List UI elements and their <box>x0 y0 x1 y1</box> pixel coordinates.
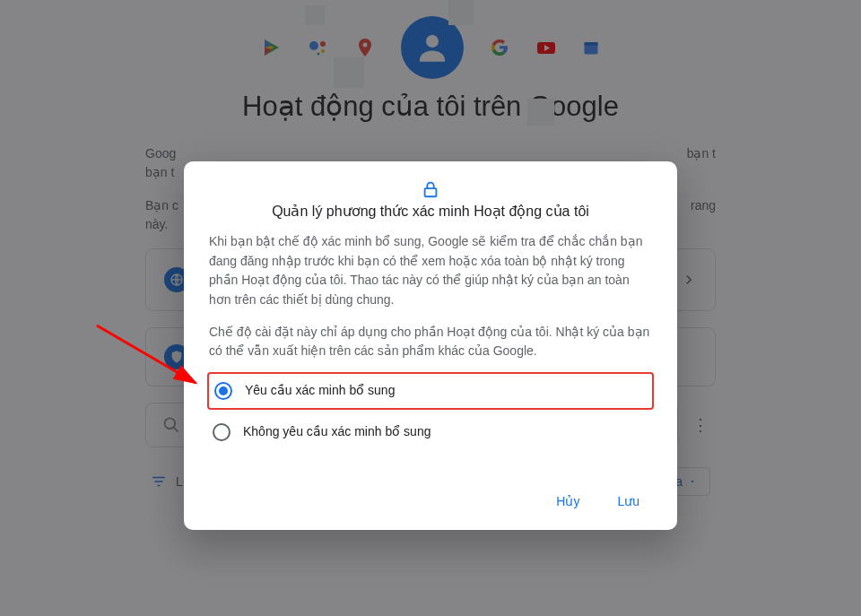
verification-dialog: Quản lý phương thức xác minh Hoạt động c… <box>184 161 677 530</box>
dialog-title: Quản lý phương thức xác minh Hoạt động c… <box>209 203 652 220</box>
save-button[interactable]: Lưu <box>613 489 643 514</box>
radio-icon <box>214 382 232 400</box>
radio-group: Yêu cầu xác minh bổ sung Không yêu cầu x… <box>209 374 652 450</box>
svg-rect-17 <box>425 188 437 196</box>
dialog-actions: Hủy Lưu <box>209 489 652 514</box>
radio-label: Không yêu cầu xác minh bổ sung <box>243 422 430 442</box>
dialog-paragraph-2: Chế độ cài đặt này chỉ áp dụng cho phần … <box>209 323 652 361</box>
lock-icon <box>421 179 440 199</box>
radio-option-no-verification[interactable]: Không yêu cầu xác minh bổ sung <box>209 413 652 451</box>
radio-icon <box>213 423 230 441</box>
radio-label: Yêu cầu xác minh bổ sung <box>245 381 395 401</box>
cancel-button[interactable]: Hủy <box>552 489 583 514</box>
radio-option-require-verification[interactable]: Yêu cầu xác minh bổ sung <box>209 374 652 408</box>
dialog-paragraph-1: Khi bạn bật chế độ xác minh bổ sung, Goo… <box>209 232 652 310</box>
